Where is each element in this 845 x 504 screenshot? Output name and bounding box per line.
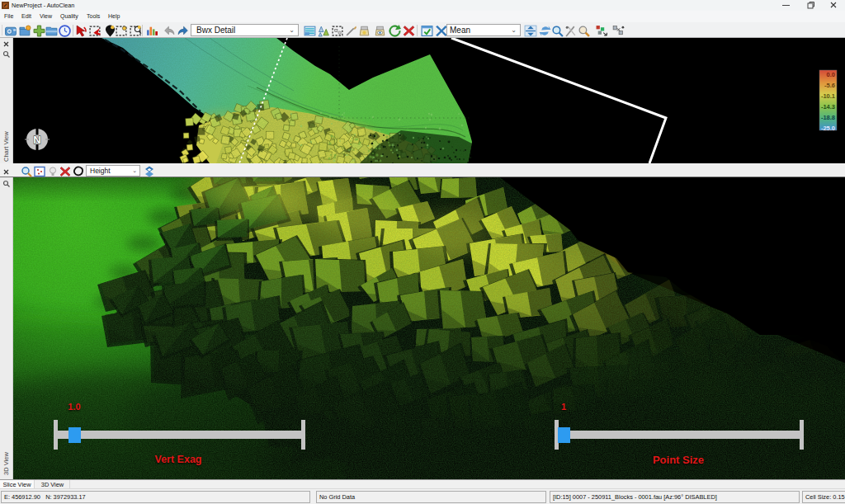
- svg-text:-14.3: -14.3: [821, 103, 835, 111]
- svg-text:-10.1: -10.1: [821, 92, 835, 100]
- svg-text:N: N: [33, 134, 40, 146]
- svg-text:-18.8: -18.8: [821, 114, 835, 121]
- svg-text:-5.6: -5.6: [824, 82, 835, 89]
- svg-text:-25.0: -25.0: [821, 125, 835, 132]
- svg-text:0.0: 0.0: [827, 71, 835, 78]
